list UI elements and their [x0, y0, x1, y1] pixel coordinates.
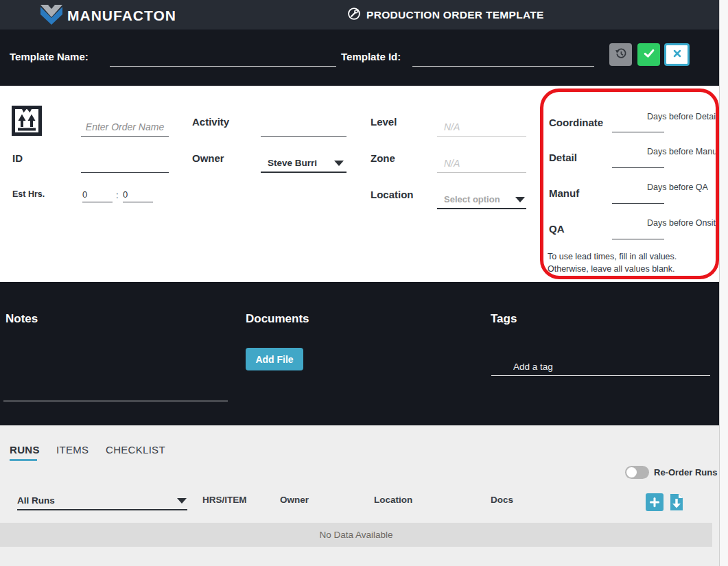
caret-down-icon — [515, 197, 525, 202]
activity-input[interactable] — [261, 118, 347, 137]
location-select[interactable]: Select option — [437, 191, 526, 209]
runs-filter-value: All Runs — [17, 495, 55, 506]
file-download-icon — [668, 503, 685, 513]
template-name-label: Template Name: — [10, 51, 89, 62]
checkmark-icon — [642, 47, 656, 62]
lead-coordinate-label: Coordinate — [549, 117, 603, 128]
runs-filter-underline — [17, 509, 187, 510]
lead-detail-label: Detail — [549, 152, 577, 163]
id-input[interactable] — [81, 154, 169, 173]
tab-items[interactable]: ITEMS — [56, 444, 89, 456]
toggle-knob — [626, 467, 637, 477]
package-this-side-up-icon — [11, 105, 43, 139]
lead-detail-hint: Days before Manuf — [647, 147, 719, 156]
manufacton-logo-icon — [39, 3, 64, 28]
page-title-text: PRODUCTION ORDER TEMPLATE — [366, 9, 544, 21]
level-label: Level — [371, 116, 397, 128]
column-docs: Docs — [491, 495, 513, 505]
wrench-circle-icon — [347, 7, 361, 23]
runs-section: RUNS ITEMS CHECKLIST Re-Order Runs All R… — [0, 425, 719, 566]
lead-times-note-line2: Otherwise, leave all values blank. — [548, 263, 675, 275]
zone-input[interactable] — [437, 154, 526, 173]
manufacton-logo: MANUFACTON — [39, 3, 176, 28]
logo-text: MANUFACTON — [67, 8, 176, 24]
lead-qa-label: QA — [549, 223, 565, 235]
vertical-scrollbar[interactable] — [719, 0, 728, 566]
content-area: MANUFACTON PRODUCTION ORDER TEMPLATE Tem… — [0, 0, 719, 566]
add-tag-input[interactable] — [491, 357, 710, 376]
meta-section: Notes Documents Add File Tags — [0, 282, 719, 425]
documents-heading: Documents — [246, 312, 309, 326]
undo-button[interactable] — [609, 43, 632, 66]
owner-select[interactable]: Steve Burri — [261, 154, 347, 173]
caret-down-icon — [334, 161, 344, 166]
est-hrs-separator: : — [116, 190, 119, 200]
add-file-button[interactable]: Add File — [246, 348, 303, 370]
lead-manuf-label: Manuf — [549, 187, 579, 199]
export-runs-button[interactable] — [668, 493, 685, 511]
est-hrs-minutes-input[interactable] — [123, 187, 153, 202]
plus-icon — [646, 493, 664, 511]
column-location: Location — [374, 495, 412, 505]
zone-label: Zone — [371, 152, 395, 164]
order-form-card: ID Est Hrs. : Activity Owner Steve Burri… — [0, 86, 719, 282]
template-bar: Template Name: Template Id: — [0, 30, 719, 86]
production-order-template-page: MANUFACTON PRODUCTION ORDER TEMPLATE Tem… — [0, 0, 728, 566]
column-owner: Owner — [280, 495, 309, 505]
tab-runs[interactable]: RUNS — [10, 444, 40, 456]
cancel-button[interactable] — [664, 43, 690, 66]
tags-heading: Tags — [491, 312, 517, 326]
notes-input[interactable] — [3, 401, 228, 401]
re-order-runs-toggle[interactable] — [625, 466, 649, 479]
id-label: ID — [12, 152, 23, 164]
re-order-runs-label: Re-Order Runs — [654, 467, 717, 477]
est-hrs-label: Est Hrs. — [12, 189, 45, 199]
top-bar: MANUFACTON PRODUCTION ORDER TEMPLATE — [0, 0, 719, 30]
lead-times-note-line1: To use lead times, fill in all values. — [548, 250, 677, 263]
add-run-button[interactable] — [646, 493, 664, 511]
activity-label: Activity — [192, 116, 229, 128]
x-mark-icon — [672, 48, 683, 61]
empty-table-row: No Data Available — [0, 523, 712, 547]
page-title: PRODUCTION ORDER TEMPLATE — [347, 0, 544, 30]
history-restore-icon — [614, 47, 628, 62]
lead-coordinate-hint: Days before Detail — [647, 112, 718, 121]
template-id-label: Template Id: — [341, 51, 401, 62]
est-hrs-hours-input[interactable] — [82, 187, 113, 202]
location-value: Select option — [444, 194, 500, 204]
owner-value: Steve Burri — [268, 158, 317, 168]
column-hrs-item: HRS/ITEM — [202, 495, 247, 505]
active-tab-underline — [10, 459, 37, 461]
template-id-input[interactable] — [412, 49, 594, 67]
notes-heading: Notes — [5, 312, 38, 326]
confirm-button[interactable] — [637, 43, 660, 66]
lead-qa-hint: Days before Onsite — [647, 218, 719, 228]
owner-label: Owner — [192, 152, 224, 164]
caret-down-icon — [177, 498, 187, 504]
location-label: Location — [371, 189, 414, 200]
template-name-input[interactable] — [110, 49, 336, 67]
level-input[interactable] — [437, 118, 526, 137]
runs-filter-select[interactable]: All Runs — [17, 492, 187, 509]
empty-message: No Data Available — [319, 530, 392, 540]
lead-manuf-hint: Days before QA — [647, 182, 708, 192]
order-name-input[interactable] — [81, 118, 169, 137]
tab-checklist[interactable]: CHECKLIST — [106, 444, 165, 456]
